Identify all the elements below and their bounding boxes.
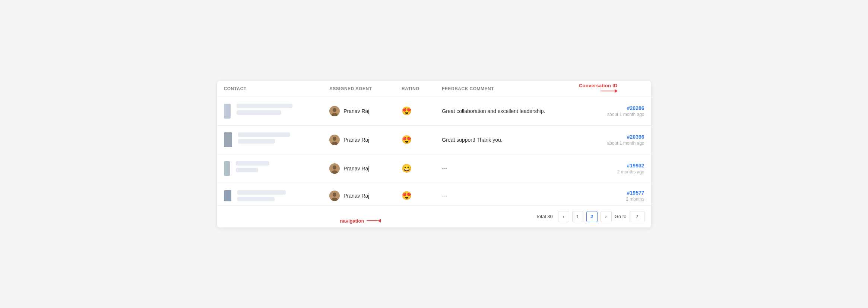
contact-cell — [217, 97, 323, 125]
conv-id-cell: #19932 2 months ago — [586, 154, 651, 183]
agent-avatar — [329, 163, 340, 174]
conv-time: 2 months — [592, 197, 644, 202]
navigation-arrow — [367, 219, 381, 223]
arrow-head — [378, 219, 381, 223]
table-row: Pranav Raj 😍 Great collaboration and exc… — [217, 97, 651, 125]
feedback-text: Great collaboration and excellent leader… — [442, 108, 545, 114]
table-row: Pranav Raj 😍 Great support! Thank you. #… — [217, 125, 651, 154]
col-agent: ASSIGNED AGENT — [323, 81, 395, 97]
conversation-id-arrow — [601, 89, 618, 93]
blur-line-1 — [237, 104, 292, 108]
agent-info: Pranav Raj — [329, 191, 388, 201]
blur-line-1 — [237, 190, 286, 195]
conversation-id-label: Conversation ID — [579, 83, 618, 88]
contact-avatar-blur — [224, 132, 232, 147]
agent-info: Pranav Raj — [329, 163, 388, 174]
conv-id-link[interactable]: #20396 — [627, 134, 644, 140]
svg-point-4 — [333, 136, 336, 141]
svg-point-7 — [333, 165, 336, 169]
agent-name: Pranav Raj — [343, 137, 369, 143]
contact-name-blur — [236, 161, 269, 172]
agent-cell: Pranav Raj — [323, 125, 395, 154]
rating-emoji: 😍 — [402, 106, 412, 116]
contact-cell — [217, 154, 323, 183]
rating-cell: 😍 — [395, 125, 435, 154]
main-container: Conversation ID CONTACT ASSIGNED AGENT R… — [217, 81, 651, 227]
pagination-total: Total 30 — [536, 214, 553, 219]
arrow-line — [601, 91, 615, 91]
feedback-cell: Great collaboration and excellent leader… — [435, 97, 586, 125]
contact-cell — [217, 125, 323, 154]
conv-time: about 1 month ago — [592, 112, 644, 117]
rating-emoji: 😀 — [402, 164, 412, 173]
agent-avatar — [329, 135, 340, 145]
contact-content — [224, 190, 316, 201]
agent-name: Pranav Raj — [343, 166, 369, 172]
col-contact: CONTACT — [217, 81, 323, 97]
agent-name: Pranav Raj — [343, 193, 369, 199]
agent-cell: Pranav Raj — [323, 97, 395, 125]
table-row: Pranav Raj 😍 --- #19577 2 months — [217, 183, 651, 205]
goto-input[interactable] — [630, 211, 644, 222]
feedback-table: CONTACT ASSIGNED AGENT RATING FEEDBACK C… — [217, 81, 651, 205]
conv-id-link[interactable]: #20286 — [627, 105, 644, 111]
contact-cell — [217, 183, 323, 205]
navigation-label: navigation — [340, 218, 364, 224]
arrow-line — [367, 220, 378, 221]
feedback-cell: --- — [435, 154, 586, 183]
blur-line-2 — [238, 139, 275, 144]
rating-emoji: 😍 — [402, 135, 412, 144]
contact-content — [224, 132, 316, 147]
conv-id-cell: #20286 about 1 month ago — [586, 97, 651, 125]
conv-id-cell: #20396 about 1 month ago — [586, 125, 651, 154]
goto-label: Go to — [615, 214, 627, 219]
contact-avatar-blur — [224, 161, 230, 176]
conversation-id-annotation: Conversation ID — [579, 83, 618, 93]
arrow-head — [615, 89, 618, 93]
contact-content — [224, 104, 316, 119]
feedback-cell: --- — [435, 183, 586, 205]
rating-cell: 😍 — [395, 97, 435, 125]
feedback-text: --- — [442, 166, 447, 172]
rating-cell: 😀 — [395, 154, 435, 183]
page-2-button[interactable]: 2 — [586, 211, 598, 222]
prev-page-button[interactable]: ‹ — [558, 211, 569, 222]
conv-id-cell: #19577 2 months — [586, 183, 651, 205]
svg-point-1 — [333, 108, 336, 112]
agent-info: Pranav Raj — [329, 106, 388, 116]
blur-line-2 — [237, 197, 275, 201]
agent-avatar — [329, 106, 340, 116]
blur-line-1 — [238, 132, 290, 137]
contact-name-blur — [237, 190, 286, 201]
agent-cell: Pranav Raj — [323, 183, 395, 205]
contact-content — [224, 161, 316, 176]
agent-avatar — [329, 191, 340, 201]
rating-emoji: 😍 — [402, 191, 412, 200]
agent-name: Pranav Raj — [343, 108, 369, 114]
table-footer: navigation Total 30 ‹ 1 2 › Go to — [217, 205, 651, 227]
contact-name-blur — [237, 104, 292, 115]
svg-point-10 — [333, 192, 336, 197]
conv-id-link[interactable]: #19932 — [627, 163, 644, 169]
contact-avatar-blur — [224, 190, 231, 201]
agent-cell: Pranav Raj — [323, 154, 395, 183]
feedback-text: Great support! Thank you. — [442, 137, 502, 143]
col-rating: RATING — [395, 81, 435, 97]
contact-name-blur — [238, 132, 290, 144]
conv-time: about 1 month ago — [592, 141, 644, 146]
blur-line-2 — [236, 168, 258, 172]
conv-id-link[interactable]: #19577 — [627, 190, 644, 196]
next-page-button[interactable]: › — [601, 211, 612, 222]
navigation-annotation: navigation — [340, 218, 381, 224]
feedback-cell: Great support! Thank you. — [435, 125, 586, 154]
col-feedback: FEEDBACK COMMENT — [435, 81, 586, 97]
table-row: Pranav Raj 😀 --- #19932 2 months ago — [217, 154, 651, 183]
contact-avatar-blur — [224, 104, 231, 119]
page-1-button[interactable]: 1 — [572, 211, 583, 222]
blur-line-1 — [236, 161, 269, 166]
conv-time: 2 months ago — [592, 169, 644, 175]
table-wrapper: CONTACT ASSIGNED AGENT RATING FEEDBACK C… — [217, 81, 651, 205]
agent-info: Pranav Raj — [329, 135, 388, 145]
blur-line-2 — [237, 110, 281, 115]
rating-cell: 😍 — [395, 183, 435, 205]
